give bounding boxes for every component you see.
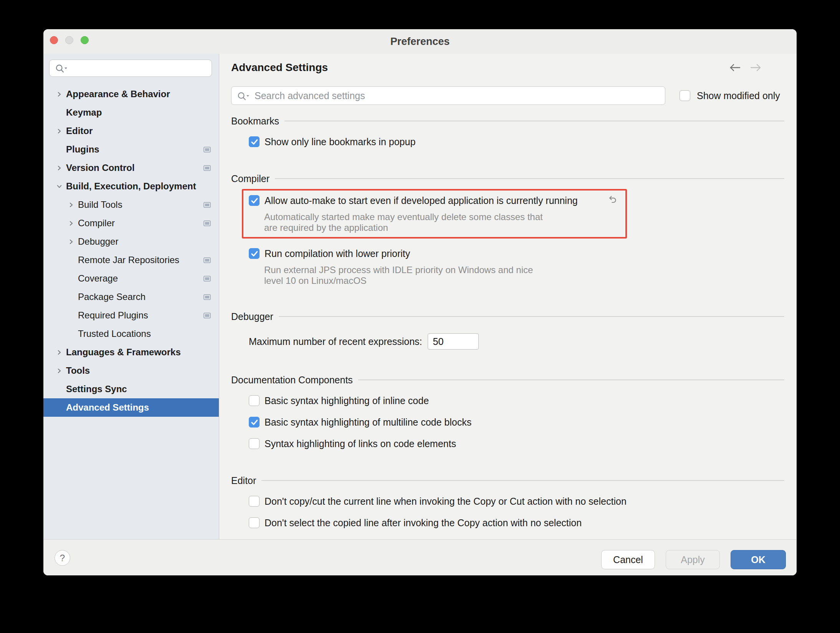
sidebar-item-label: Trusted Locations xyxy=(78,328,151,339)
apply-button[interactable]: Apply xyxy=(666,550,720,569)
sidebar-item-advanced-settings[interactable]: Advanced Settings xyxy=(43,398,219,417)
settings-page-icon xyxy=(203,276,211,282)
chevron-right-icon[interactable] xyxy=(55,91,63,98)
setting-description: Automatically started make may eventuall… xyxy=(249,212,621,233)
settings-page-icon xyxy=(203,202,211,208)
setting-row-don-t-copy-cut-the-current-line-when-invoking-the-copy-or-cut-action-with-no-selection[interactable]: Don't copy/cut the current line when inv… xyxy=(231,495,784,508)
sidebar-item-label: Appearance & Behavior xyxy=(66,89,170,99)
section-header-editor: Editor xyxy=(231,475,784,486)
show-modified-checkbox[interactable] xyxy=(680,90,690,101)
sidebar-item-label: Coverage xyxy=(78,273,118,284)
sidebar-item-label: Plugins xyxy=(66,144,99,155)
main-panel: Advanced Settings xyxy=(219,54,797,539)
section-title: Documentation Components xyxy=(231,374,353,386)
show-modified-only[interactable]: Show modified only xyxy=(680,90,780,101)
revert-icon[interactable] xyxy=(607,194,618,207)
settings-page-icon xyxy=(203,147,211,152)
settings-page-icon xyxy=(203,220,211,226)
sidebar-item-remote-jar-repositories[interactable]: Remote Jar Repositories xyxy=(43,251,219,269)
sidebar-item-label: Debugger xyxy=(78,236,118,247)
sidebar-item-debugger[interactable]: Debugger xyxy=(43,232,219,251)
checkbox[interactable] xyxy=(249,395,260,406)
ok-button[interactable]: OK xyxy=(731,550,786,569)
chevron-right-icon[interactable] xyxy=(55,164,63,171)
window-title: Preferences xyxy=(390,36,450,48)
setting-row-run-compilation-with-lower-priority[interactable]: Run compilation with lower priority xyxy=(231,247,784,260)
sidebar-item-label: Required Plugins xyxy=(78,310,148,321)
preferences-window: Preferences Appearance & BehaviorKeymapE… xyxy=(43,29,797,575)
sidebar-item-build-execution-deployment[interactable]: Build, Execution, Deployment xyxy=(43,177,219,196)
chevron-right-icon[interactable] xyxy=(67,220,75,227)
checkbox[interactable] xyxy=(249,248,260,259)
sidebar-item-plugins[interactable]: Plugins xyxy=(43,140,219,159)
advanced-settings-search-input[interactable] xyxy=(255,87,661,104)
sidebar-item-keymap[interactable]: Keymap xyxy=(43,103,219,122)
sidebar-item-tools[interactable]: Tools xyxy=(43,361,219,380)
chevron-right-icon[interactable] xyxy=(55,367,63,374)
close-button[interactable] xyxy=(50,36,58,44)
footer-bar: ? Cancel Apply OK xyxy=(43,539,797,575)
setting-row-show-only-line-bookmarks-in-popup[interactable]: Show only line bookmarks in popup xyxy=(231,135,784,148)
section-rule xyxy=(358,379,784,380)
sidebar-search-field[interactable] xyxy=(49,60,212,77)
sidebar-item-label: Advanced Settings xyxy=(66,402,149,413)
sidebar-item-version-control[interactable]: Version Control xyxy=(43,159,219,177)
setting-label: Allow auto-make to start even if develop… xyxy=(265,195,578,206)
chevron-right-icon[interactable] xyxy=(67,201,75,208)
setting-label: Run compilation with lower priority xyxy=(265,248,410,259)
chevron-spacer xyxy=(67,312,75,319)
settings-content[interactable]: BookmarksShow only line bookmarks in pop… xyxy=(231,115,784,529)
setting-row-allow-auto-make-to-start-even-if-developed-application-is-currently-running[interactable]: Allow auto-make to start even if develop… xyxy=(249,194,621,207)
chevron-right-icon[interactable] xyxy=(55,128,63,134)
sidebar-item-coverage[interactable]: Coverage xyxy=(43,269,219,288)
checkbox[interactable] xyxy=(249,438,260,449)
sidebar-item-editor[interactable]: Editor xyxy=(43,122,219,140)
chevron-spacer xyxy=(67,330,75,337)
sidebar-item-compiler[interactable]: Compiler xyxy=(43,214,219,232)
sidebar-item-trusted-locations[interactable]: Trusted Locations xyxy=(43,325,219,343)
sidebar-item-appearance-behavior[interactable]: Appearance & Behavior xyxy=(43,85,219,103)
chevron-down-icon[interactable] xyxy=(55,183,63,190)
sidebar-item-settings-sync[interactable]: Settings Sync xyxy=(43,380,219,398)
setting-label: Don't select the copied line after invok… xyxy=(265,517,582,529)
checkbox[interactable] xyxy=(249,496,260,507)
history-nav xyxy=(729,63,762,72)
sidebar-item-required-plugins[interactable]: Required Plugins xyxy=(43,306,219,325)
sidebar-item-label: Remote Jar Repositories xyxy=(78,255,179,265)
sidebar-item-label: Keymap xyxy=(66,107,102,118)
setting-row-basic-syntax-highlighting-of-multiline-code-blocks[interactable]: Basic syntax highlighting of multiline c… xyxy=(231,416,784,429)
chevron-right-icon[interactable] xyxy=(67,238,75,245)
sidebar-item-label: Build, Execution, Deployment xyxy=(66,181,196,192)
setting-label: Syntax highlighting of links on code ele… xyxy=(265,438,456,449)
settings-page-icon xyxy=(203,165,211,171)
sidebar-search-input[interactable] xyxy=(71,60,209,76)
chevron-right-icon[interactable] xyxy=(55,349,63,356)
setting-row-basic-syntax-highlighting-of-inline-code[interactable]: Basic syntax highlighting of inline code xyxy=(231,394,784,407)
zoom-button[interactable] xyxy=(81,36,89,44)
chevron-spacer xyxy=(55,386,63,393)
checkbox[interactable] xyxy=(249,195,260,206)
setting-row-syntax-highlighting-of-links-on-code-elements[interactable]: Syntax highlighting of links on code ele… xyxy=(231,437,784,450)
sidebar-item-package-search[interactable]: Package Search xyxy=(43,288,219,306)
section-title: Editor xyxy=(231,475,256,486)
recent-expressions-input[interactable] xyxy=(428,333,479,350)
chevron-spacer xyxy=(67,275,75,282)
titlebar[interactable]: Preferences xyxy=(43,29,797,54)
sidebar-item-label: Compiler xyxy=(78,218,115,229)
sidebar-item-languages-frameworks[interactable]: Languages & Frameworks xyxy=(43,343,219,361)
help-button[interactable]: ? xyxy=(55,550,70,566)
back-arrow-icon[interactable] xyxy=(729,63,741,72)
forward-arrow-icon[interactable] xyxy=(750,63,762,72)
cancel-button[interactable]: Cancel xyxy=(601,550,655,569)
section-rule xyxy=(275,178,784,179)
minimize-button[interactable] xyxy=(65,36,73,44)
sidebar-item-label: Tools xyxy=(66,365,90,376)
sidebar-item-build-tools[interactable]: Build Tools xyxy=(43,196,219,214)
checkbox[interactable] xyxy=(249,517,260,528)
advanced-settings-search-field[interactable] xyxy=(231,86,665,105)
chevron-spacer xyxy=(55,146,63,153)
setting-row-don-t-select-the-copied-line-after-invoking-the-copy-action-with-no-selection[interactable]: Don't select the copied line after invok… xyxy=(231,516,784,529)
checkbox[interactable] xyxy=(249,136,260,147)
checkbox[interactable] xyxy=(249,417,260,428)
chevron-spacer xyxy=(55,404,63,411)
